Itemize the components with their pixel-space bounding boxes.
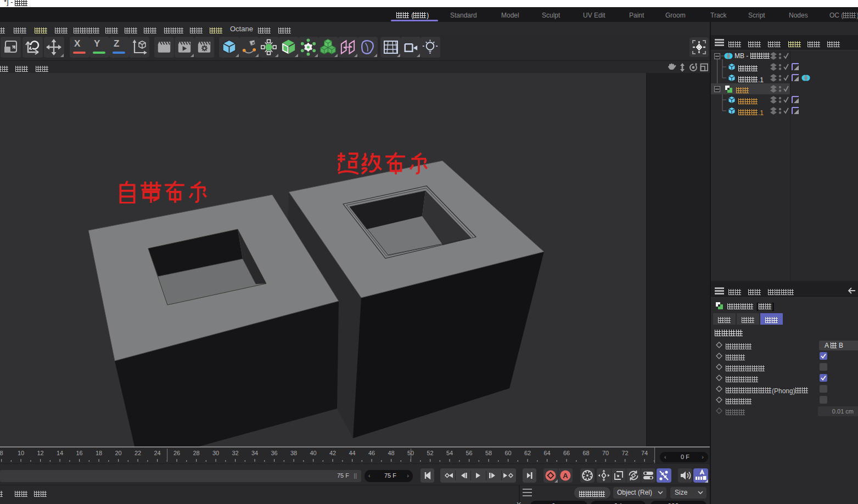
svg-text:60: 60 — [504, 450, 511, 456]
svg-text:38: 38 — [290, 450, 297, 456]
svg-text:10: 10 — [18, 450, 24, 456]
svg-text:14: 14 — [57, 450, 63, 456]
svg-text:44: 44 — [349, 450, 355, 456]
svg-text:28: 28 — [193, 450, 199, 456]
svg-text:54: 54 — [446, 450, 453, 456]
svg-text:26: 26 — [173, 450, 180, 456]
svg-text:24: 24 — [154, 450, 160, 456]
svg-text:42: 42 — [329, 450, 336, 456]
svg-text:12: 12 — [37, 450, 43, 456]
svg-text:18: 18 — [96, 450, 102, 456]
svg-text:32: 32 — [232, 450, 238, 456]
svg-text:68: 68 — [582, 450, 589, 456]
svg-text:40: 40 — [310, 450, 316, 456]
svg-text:A: A — [563, 472, 568, 480]
svg-text:36: 36 — [271, 450, 277, 456]
svg-text:70: 70 — [602, 450, 609, 456]
svg-text:22: 22 — [134, 450, 141, 456]
svg-text:72: 72 — [621, 450, 628, 456]
svg-text:66: 66 — [563, 450, 570, 456]
svg-text:8: 8 — [0, 450, 3, 456]
svg-text:58: 58 — [485, 450, 492, 456]
svg-text:62: 62 — [524, 450, 531, 456]
svg-text:64: 64 — [543, 450, 550, 456]
svg-text:34: 34 — [251, 450, 258, 456]
svg-text:20: 20 — [115, 450, 121, 456]
svg-text:16: 16 — [76, 450, 82, 456]
svg-text:52: 52 — [427, 450, 433, 456]
svg-text:48: 48 — [388, 450, 394, 456]
svg-text:56: 56 — [466, 450, 472, 456]
svg-text:74: 74 — [641, 450, 648, 456]
svg-text:30: 30 — [212, 450, 219, 456]
svg-text:46: 46 — [368, 450, 375, 456]
